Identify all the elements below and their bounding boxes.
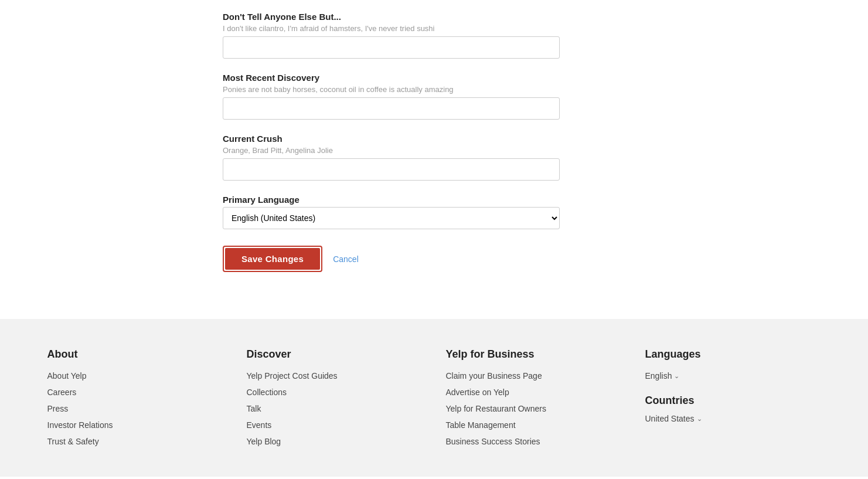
footer-link-talk[interactable]: Talk bbox=[247, 404, 423, 413]
language-selector[interactable]: English ⌄ bbox=[645, 371, 821, 381]
primary-language-section: Primary Language English (United States)… bbox=[223, 195, 645, 229]
most-recent-hint: Ponies are not baby horses, coconut oil … bbox=[223, 85, 645, 94]
footer-about-title: About bbox=[47, 348, 223, 361]
cancel-link[interactable]: Cancel bbox=[333, 254, 359, 264]
footer-link-success-stories[interactable]: Business Success Stories bbox=[446, 437, 622, 446]
footer-languages-title: Languages bbox=[645, 348, 821, 361]
most-recent-label: Most Recent Discovery bbox=[223, 73, 645, 83]
footer-link-project-cost-guides[interactable]: Yelp Project Cost Guides bbox=[247, 371, 423, 381]
footer-link-events[interactable]: Events bbox=[247, 420, 423, 430]
current-crush-hint: Orange, Brad Pitt, Angelina Jolie bbox=[223, 146, 645, 155]
footer: About About Yelp Careers Press Investor … bbox=[0, 319, 868, 477]
footer-business-col: Yelp for Business Claim your Business Pa… bbox=[446, 348, 622, 453]
footer-countries-title: Countries bbox=[645, 395, 821, 407]
actions-row: Save Changes Cancel bbox=[223, 246, 645, 272]
most-recent-section: Most Recent Discovery Ponies are not bab… bbox=[223, 73, 645, 120]
footer-link-collections[interactable]: Collections bbox=[247, 388, 423, 397]
footer-business-title: Yelp for Business bbox=[446, 348, 622, 361]
form-area: Don't Tell Anyone Else But... I don't li… bbox=[0, 0, 868, 295]
current-country: United States bbox=[645, 414, 695, 423]
footer-link-advertise[interactable]: Advertise on Yelp bbox=[446, 388, 622, 397]
language-select[interactable]: English (United States) English (UK) Esp… bbox=[223, 207, 560, 229]
most-recent-input[interactable] bbox=[223, 97, 560, 120]
current-crush-label: Current Crush bbox=[223, 134, 645, 144]
language-chevron-icon: ⌄ bbox=[674, 372, 679, 380]
main-content: Don't Tell Anyone Else But... I don't li… bbox=[0, 0, 868, 319]
footer-link-trust-safety[interactable]: Trust & Safety bbox=[47, 437, 223, 446]
country-chevron-icon: ⌄ bbox=[697, 415, 702, 423]
footer-about-col: About About Yelp Careers Press Investor … bbox=[47, 348, 223, 453]
dont-tell-hint: I don't like cilantro, I'm afraid of ham… bbox=[223, 24, 645, 33]
footer-link-press[interactable]: Press bbox=[47, 404, 223, 413]
footer-link-careers[interactable]: Careers bbox=[47, 388, 223, 397]
footer-link-restaurant-owners[interactable]: Yelp for Restaurant Owners bbox=[446, 404, 622, 413]
current-language: English bbox=[645, 371, 672, 381]
footer-languages-col: Languages English ⌄ Countries United Sta… bbox=[645, 348, 821, 453]
footer-link-yelp-blog[interactable]: Yelp Blog bbox=[247, 437, 423, 446]
current-crush-input[interactable] bbox=[223, 158, 560, 181]
footer-link-claim-business[interactable]: Claim your Business Page bbox=[446, 371, 622, 381]
save-button[interactable]: Save Changes bbox=[225, 248, 320, 270]
dont-tell-section: Don't Tell Anyone Else But... I don't li… bbox=[223, 12, 645, 59]
footer-discover-col: Discover Yelp Project Cost Guides Collec… bbox=[247, 348, 423, 453]
footer-link-about-yelp[interactable]: About Yelp bbox=[47, 371, 223, 381]
footer-link-investor-relations[interactable]: Investor Relations bbox=[47, 420, 223, 430]
footer-discover-title: Discover bbox=[247, 348, 423, 361]
save-button-wrapper: Save Changes bbox=[223, 246, 322, 272]
dont-tell-label: Don't Tell Anyone Else But... bbox=[223, 12, 645, 22]
footer-grid: About About Yelp Careers Press Investor … bbox=[47, 348, 821, 453]
country-selector[interactable]: United States ⌄ bbox=[645, 414, 821, 423]
primary-language-label: Primary Language bbox=[223, 195, 645, 205]
current-crush-section: Current Crush Orange, Brad Pitt, Angelin… bbox=[223, 134, 645, 181]
dont-tell-input[interactable] bbox=[223, 36, 560, 59]
footer-link-table-management[interactable]: Table Management bbox=[446, 420, 622, 430]
